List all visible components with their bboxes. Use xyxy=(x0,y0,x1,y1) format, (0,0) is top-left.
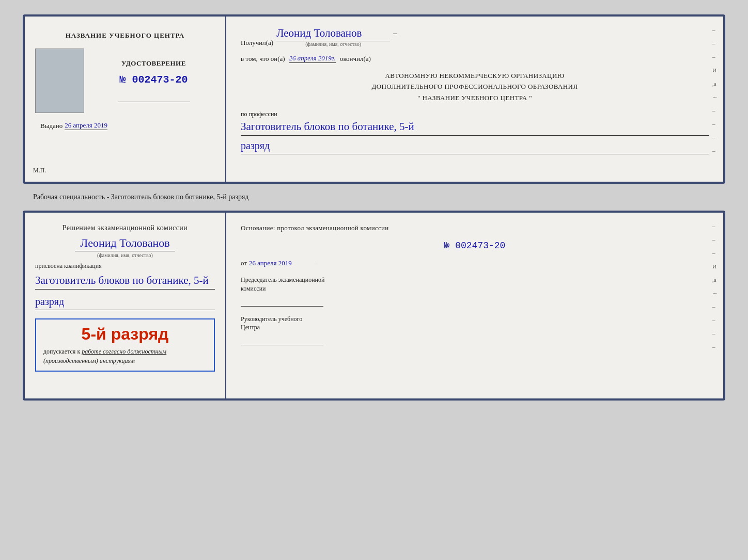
cert2-head-label: Руководитель учебного Центра xyxy=(241,315,709,332)
cert2-side-marks: – – – И ,а ← – – – – xyxy=(712,223,718,350)
cert2-rank-box: 5-й разряд допускается к работе согласно… xyxy=(35,318,215,372)
cert1-profession-value: Заготовитель блоков по ботанике, 5-й xyxy=(241,120,709,136)
cert1-recipient-sub: (фамилия, имя, отчество) xyxy=(305,41,361,47)
cert2-basis-date-prefix: от xyxy=(241,259,247,267)
cert1-profession-label: по профессии xyxy=(241,110,709,118)
certificate-1: НАЗВАНИЕ УЧЕБНОГО ЦЕНТРА УДОСТОВЕРЕНИЕ №… xyxy=(25,17,723,182)
cert1-side-marks: – – – И ,а ← – – – – xyxy=(712,27,718,154)
cert2-decision-text: Решением экзаменационной комиссии xyxy=(35,224,215,232)
cert2-chairman-sig-line xyxy=(241,297,323,307)
cert2-head-block: Руководитель учебного Центра xyxy=(241,315,709,346)
cert2-admitted-text2: (производственным) инструкциям xyxy=(43,357,135,364)
cert1-issued-label: Выдано xyxy=(40,122,63,130)
cert2-name: Леонид Толованов xyxy=(75,236,175,251)
cert2-name-sub: (фамилия, имя, отчество) xyxy=(97,252,153,258)
cert2-basis-number: № 002473-20 xyxy=(241,241,709,251)
cert1-dash: – xyxy=(393,29,397,47)
cert2-chairman-block: Председатель экзаменационной комиссии xyxy=(241,276,709,307)
cert1-org-line1: АВТОНОМНУЮ НЕКОММЕРЧЕСКУЮ ОРГАНИЗАЦИЮ xyxy=(241,70,709,81)
cert1-right-panel: – – – И ,а ← – – – – Получил(а) Леонид Т… xyxy=(226,17,723,182)
cert2-admitted-row: допускается к работе согласно должностны… xyxy=(43,347,207,365)
photo-placeholder xyxy=(35,49,84,113)
cert2-left-panel: Решением экзаменационной комиссии Леонид… xyxy=(25,213,226,398)
cert2-rank-box-main: 5-й разряд xyxy=(43,325,207,344)
cert2-right-panel: – – – И ,а ← – – – – Основание: протокол… xyxy=(226,213,723,398)
cert2-rank-value: разряд xyxy=(35,296,215,310)
cert1-org-block: АВТОНОМНУЮ НЕКОММЕРЧЕСКУЮ ОРГАНИЗАЦИЮ ДО… xyxy=(241,70,709,103)
cert1-rank-value: разряд xyxy=(241,140,709,154)
cert1-in-that-label: в том, что он(а) xyxy=(241,55,285,63)
cert1-received-label: Получил(а) xyxy=(241,39,273,47)
cert1-recipient-name: Леонид Толованов xyxy=(276,27,390,41)
cert1-completed-row: в том, что он(а) 26 апреля 2019г. окончи… xyxy=(241,54,709,63)
cert1-completed-label: окончил(а) xyxy=(340,55,371,63)
cert2-qualification-value: Заготовитель блоков по ботанике, 5-й xyxy=(35,274,215,290)
cert1-mp: М.П. xyxy=(33,167,46,174)
cert1-sig-line xyxy=(118,92,190,102)
cert1-title: НАЗВАНИЕ УЧЕБНОГО ЦЕНТРА xyxy=(66,31,185,40)
cert2-basis-label: Основание: протокол экзаменационной коми… xyxy=(241,224,709,232)
cert2-chairman-label: Председатель экзаменационной комиссии xyxy=(241,276,709,293)
cert1-issued-date: 26 апреля 2019 xyxy=(65,121,107,130)
certificate-2: Решением экзаменационной комиссии Леонид… xyxy=(25,213,723,398)
cert2-admitted-label: допускается к xyxy=(43,348,80,355)
certificate-2-outer: Решением экзаменационной комиссии Леонид… xyxy=(23,211,725,401)
certificate-1-outer: НАЗВАНИЕ УЧЕБНОГО ЦЕНТРА УДОСТОВЕРЕНИЕ №… xyxy=(23,14,725,184)
cert1-completed-date: 26 апреля 2019г. xyxy=(289,54,336,63)
cert1-org-line2: ДОПОЛНИТЕЛЬНОГО ПРОФЕССИОНАЛЬНОГО ОБРАЗО… xyxy=(241,81,709,92)
cert2-basis-date-row: от 26 апреля 2019 – xyxy=(241,259,709,267)
cert2-qualification-label: присвоена квалификация xyxy=(35,262,215,270)
cert2-basis-date: 26 апреля 2019 xyxy=(249,259,292,267)
cert1-cert-label: УДОСТОВЕРЕНИЕ xyxy=(121,59,186,68)
between-label: Рабочая специальность - Заготовитель бло… xyxy=(10,193,248,201)
cert1-profession-block: по профессии Заготовитель блоков по бота… xyxy=(241,110,709,154)
cert1-recipient-row: Получил(а) Леонид Толованов (фамилия, им… xyxy=(241,27,709,47)
cert1-date-line: Выдано 26 апреля 2019 xyxy=(35,121,107,130)
cert1-org-line3: " НАЗВАНИЕ УЧЕБНОГО ЦЕНТРА " xyxy=(241,92,709,103)
cert1-left-panel: НАЗВАНИЕ УЧЕБНОГО ЦЕНТРА УДОСТОВЕРЕНИЕ №… xyxy=(25,17,226,182)
cert2-admitted-text: работе согласно должностным xyxy=(82,348,166,355)
cert1-cert-number: № 002473-20 xyxy=(119,74,188,86)
cert2-head-sig-line xyxy=(241,336,323,345)
